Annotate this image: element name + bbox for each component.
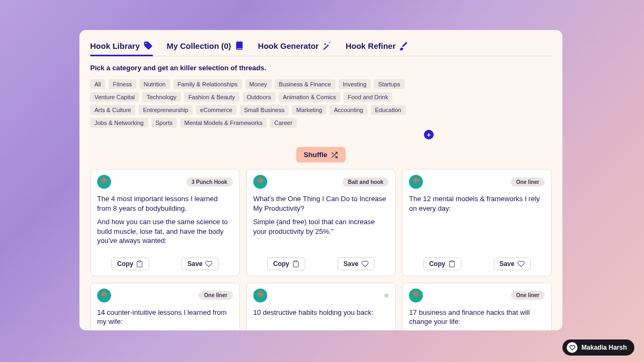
category-chip[interactable]: Entrepreneurship: [138, 105, 192, 115]
hook-type-badge: One liner: [511, 291, 545, 300]
avatar: [97, 289, 111, 302]
card-header: One liner: [409, 175, 545, 189]
category-chips: AllFitnessNutritionFamily & Relationship…: [90, 79, 434, 128]
category-chip[interactable]: Outdoors: [243, 92, 275, 102]
category-chip[interactable]: Family & Relationships: [173, 79, 242, 89]
category-chip[interactable]: Animation & Comics: [279, 92, 340, 102]
tab-hook-library[interactable]: Hook Library: [90, 41, 153, 56]
category-chip[interactable]: Fitness: [108, 79, 136, 89]
card-header: One liner: [409, 289, 545, 302]
card-body: 14 counter-intuitive lessons I learned f…: [97, 308, 233, 330]
card-header: 3 Punch Hook: [97, 175, 233, 189]
hook-card: One linerThe 12 mental models & framewor…: [402, 169, 552, 276]
hook-text: The 12 mental models & frameworks I rely…: [409, 194, 545, 213]
category-chip[interactable]: Sports: [151, 118, 177, 128]
brush-icon: [399, 41, 408, 50]
hook-type-badge: One liner: [511, 178, 545, 187]
wand-icon: [322, 41, 332, 50]
tab-label: Hook Refiner: [346, 41, 396, 50]
hook-card: One liner14 counter-intuitive lessons I …: [90, 283, 240, 330]
avatar: [253, 175, 267, 189]
main-panel: Hook LibraryMy Collection (0)Hook Genera…: [79, 30, 562, 330]
card-actions: CopySave: [409, 255, 545, 270]
category-chip[interactable]: Marketing: [292, 105, 326, 115]
hook-type-badge: One liner: [199, 291, 232, 300]
hook-card: One liner17 business and finance hacks t…: [402, 283, 552, 330]
heart-icon: [361, 260, 369, 268]
clipboard-icon: [136, 260, 143, 268]
save-button[interactable]: Save: [338, 257, 375, 270]
copy-label: Copy: [117, 260, 133, 268]
book-icon: [235, 41, 244, 50]
avatar: [409, 289, 423, 302]
category-chip[interactable]: Mental Models & Frameworks: [180, 118, 267, 128]
save-button[interactable]: Save: [181, 257, 218, 270]
tab-bar: Hook LibraryMy Collection (0)Hook Genera…: [90, 41, 552, 56]
save-label: Save: [500, 260, 515, 268]
heart-icon: [567, 342, 577, 353]
tab-label: Hook Generator: [258, 41, 319, 50]
hook-type-badge: 3 Punch Hook: [186, 178, 233, 187]
copy-button[interactable]: Copy: [111, 257, 149, 270]
card-header: Bait and hook: [253, 175, 389, 189]
cards-grid: 3 Punch HookThe 4 most important lessons…: [90, 169, 552, 330]
category-chip[interactable]: All: [90, 79, 105, 89]
empty-badge-dot: [384, 293, 389, 298]
hook-text: 17 business and finance hacks that will …: [409, 308, 545, 327]
category-chip[interactable]: eCommerce: [196, 105, 237, 115]
user-pill[interactable]: Makadia Harsh: [562, 339, 634, 356]
add-category-button[interactable]: +: [424, 130, 434, 139]
category-chip[interactable]: Venture Capital: [90, 92, 139, 102]
hook-text: 14 counter-intuitive lessons I learned f…: [97, 308, 233, 327]
category-chip[interactable]: Investing: [339, 79, 371, 89]
tab-label: Hook Library: [90, 41, 140, 50]
hook-type-badge: Bait and hook: [342, 178, 389, 187]
plus-icon: +: [427, 131, 431, 139]
tab-my-collection-0[interactable]: My Collection (0): [167, 41, 244, 56]
tab-hook-generator[interactable]: Hook Generator: [258, 41, 332, 56]
avatar: [409, 175, 423, 189]
category-chip[interactable]: Fashion & Beauty: [184, 92, 239, 102]
save-button[interactable]: Save: [494, 257, 531, 270]
category-chip[interactable]: Money: [245, 79, 272, 89]
category-chip[interactable]: Arts & Culture: [90, 105, 135, 115]
copy-button[interactable]: Copy: [423, 257, 462, 270]
shuffle-icon: [331, 151, 338, 159]
tab-label: My Collection (0): [167, 41, 231, 50]
subtitle: Pick a category and get an killer select…: [90, 64, 552, 72]
category-chip[interactable]: Small Business: [240, 105, 289, 115]
avatar: [97, 175, 111, 189]
category-chip[interactable]: Accounting: [330, 105, 367, 115]
shuffle-label: Shuffle: [304, 151, 327, 159]
category-chip[interactable]: Technology: [142, 92, 181, 102]
category-chip[interactable]: Food and Drink: [343, 92, 392, 102]
card-body: 10 destructive habits holding you back:: [253, 308, 389, 322]
clipboard-icon: [292, 260, 299, 268]
save-label: Save: [187, 260, 202, 268]
svg-rect-1: [295, 261, 297, 262]
hook-text: 10 destructive habits holding you back:: [253, 308, 389, 317]
card-header: One liner: [97, 289, 233, 302]
category-chip[interactable]: Nutrition: [140, 79, 170, 89]
category-chip[interactable]: Jobs & Networking: [90, 118, 148, 128]
shuffle-button[interactable]: Shuffle: [296, 147, 346, 162]
copy-button[interactable]: Copy: [267, 257, 305, 270]
card-actions: CopySave: [253, 255, 389, 270]
card-body: The 12 mental models & frameworks I rely…: [409, 194, 545, 217]
hook-text: What's the One Thing I Can Do to Increas…: [253, 194, 389, 213]
category-chip[interactable]: Business & Finance: [275, 79, 335, 89]
category-chip[interactable]: Career: [270, 118, 297, 128]
hook-card: Bait and hookWhat's the One Thing I Can …: [246, 169, 396, 276]
heart-icon: [517, 260, 525, 268]
tab-hook-refiner[interactable]: Hook Refiner: [346, 41, 408, 56]
card-body: What's the One Thing I Can Do to Increas…: [253, 194, 389, 240]
category-chip[interactable]: Education: [371, 105, 406, 115]
copy-label: Copy: [429, 260, 445, 268]
heart-icon: [205, 260, 213, 268]
tag-icon: [143, 41, 153, 50]
card-header: [253, 289, 389, 302]
hook-text: The 4 most important lessons I learned f…: [97, 194, 233, 213]
svg-rect-0: [138, 261, 141, 262]
hook-card: 10 destructive habits holding you back:C…: [246, 283, 396, 330]
category-chip[interactable]: Startups: [374, 79, 405, 89]
